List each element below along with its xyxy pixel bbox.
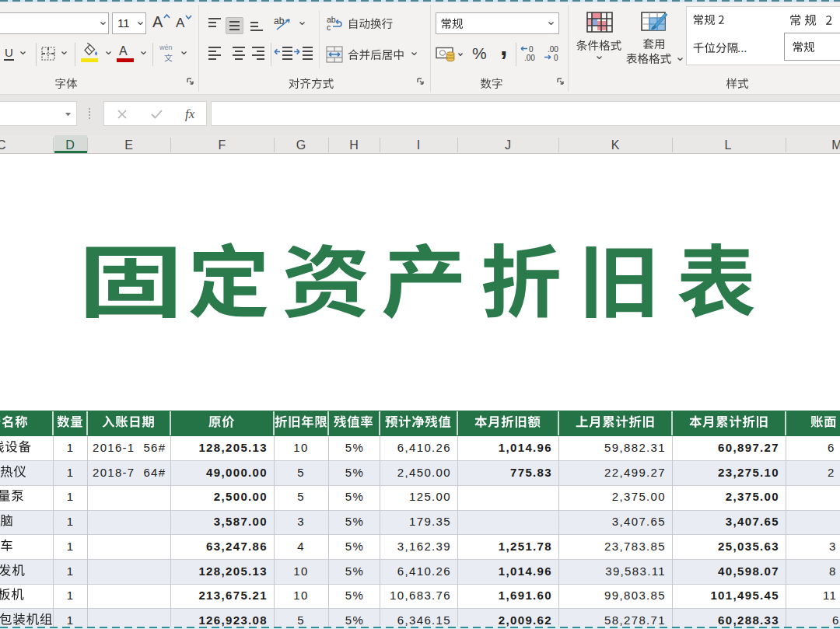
svg-text:.00: .00 xyxy=(524,54,535,62)
svg-text:.00: .00 xyxy=(548,45,558,54)
svg-text:0: 0 xyxy=(554,54,558,62)
svg-text:c: c xyxy=(327,23,331,31)
svg-text:0: 0 xyxy=(529,45,534,54)
